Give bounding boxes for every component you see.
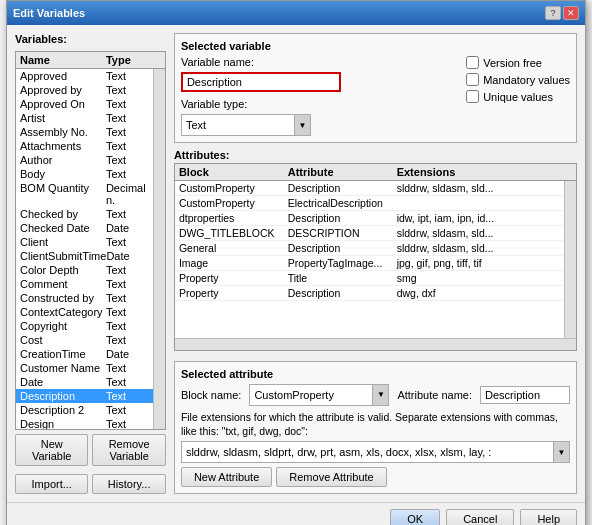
extensions-input[interactable] (182, 444, 553, 460)
variable-row-name: Attachments (20, 140, 106, 152)
attr-horiz-scroll[interactable] (175, 338, 576, 350)
help-title-button[interactable]: ? (545, 6, 561, 20)
variable-row-type: Text (106, 126, 149, 138)
attr-scroll[interactable]: CustomPropertyDescriptionslddrw, sldasm,… (175, 181, 564, 338)
table-row[interactable]: Checked byText (16, 207, 153, 221)
unique-values-label: Unique values (483, 91, 553, 103)
variable-row-name: Color Depth (20, 264, 106, 276)
table-row[interactable]: ClientSubmitTimeDate (16, 249, 153, 263)
attr-row-extensions: smg (397, 272, 560, 284)
extensions-arrow[interactable]: ▼ (553, 442, 569, 462)
attr-row-attribute: Description (288, 212, 397, 224)
history-button[interactable]: History... (92, 474, 165, 494)
version-free-checkbox[interactable]: Version free (466, 56, 570, 69)
selected-attr-title: Selected attribute (181, 368, 570, 380)
table-row[interactable]: CostText (16, 333, 153, 347)
dialog-footer: OK Cancel Help (7, 502, 585, 525)
mandatory-values-input[interactable] (466, 73, 479, 86)
table-row[interactable]: DescriptionText (16, 389, 153, 403)
table-row[interactable]: BodyText (16, 167, 153, 181)
list-item[interactable]: DWG_TITLEBLOCKDESCRIPTIONslddrw, sldasm,… (175, 226, 564, 241)
table-row[interactable]: ArtistText (16, 111, 153, 125)
list-item[interactable]: CustomPropertyDescriptionslddrw, sldasm,… (175, 181, 564, 196)
list-item[interactable]: CustomPropertyElectricalDescription (175, 196, 564, 211)
new-variable-button[interactable]: New Variable (15, 434, 88, 466)
extensions-input-wrapper[interactable]: ▼ (181, 441, 570, 463)
list-item[interactable]: PropertyTitlesmg (175, 271, 564, 286)
checkbox-group: Version free Mandatory values Unique val… (466, 56, 570, 103)
unique-values-input[interactable] (466, 90, 479, 103)
table-row[interactable]: ClientText (16, 235, 153, 249)
list-item[interactable]: dtpropertiesDescriptionidw, ipt, iam, ip… (175, 211, 564, 226)
variable-row-name: Client (20, 236, 106, 248)
table-row[interactable]: CommentText (16, 277, 153, 291)
cancel-button[interactable]: Cancel (446, 509, 514, 525)
help-button[interactable]: Help (520, 509, 577, 525)
attr-scrollbar[interactable] (564, 181, 576, 338)
variable-type-dropdown[interactable]: Text ▼ (181, 114, 311, 136)
table-row[interactable]: ApprovedText (16, 69, 153, 83)
variable-row-type: Text (106, 112, 149, 124)
variable-row-name: Approved by (20, 84, 106, 96)
attr-row-extensions: jpg, gif, png, tiff, tif (397, 257, 560, 269)
variable-row-name: Body (20, 168, 106, 180)
table-row[interactable]: AuthorText (16, 153, 153, 167)
mandatory-values-checkbox[interactable]: Mandatory values (466, 73, 570, 86)
variable-type-arrow[interactable]: ▼ (294, 115, 310, 135)
selected-attr-section: Selected attribute Block name: CustomPro… (174, 361, 577, 494)
block-name-arrow[interactable]: ▼ (372, 385, 388, 405)
table-row[interactable]: Constructed byText (16, 291, 153, 305)
edit-variables-dialog: Edit Variables ? ✕ Variables: Name Type (6, 0, 586, 525)
variable-row-name: Description (20, 390, 106, 402)
variable-row-type: Text (106, 208, 149, 220)
version-free-input[interactable] (466, 56, 479, 69)
table-row[interactable]: BOM QuantityDecimal n. (16, 181, 153, 207)
attributes-table[interactable]: Block Attribute Extensions CustomPropert… (174, 163, 577, 351)
unique-values-checkbox[interactable]: Unique values (466, 90, 570, 103)
variable-row-type: Text (106, 168, 149, 180)
attr-row-extensions: slddrw, sldasm, sld... (397, 242, 560, 254)
table-row[interactable]: CopyrightText (16, 319, 153, 333)
table-row[interactable]: Assembly No.Text (16, 125, 153, 139)
new-attribute-button[interactable]: New Attribute (181, 467, 272, 487)
variable-name-row: Variable name: (181, 56, 454, 68)
attr-col-extensions: Extensions (397, 166, 560, 178)
table-row[interactable]: Approved OnText (16, 97, 153, 111)
attribute-name-input[interactable] (480, 386, 570, 404)
table-row[interactable]: DesignText (16, 417, 153, 429)
attr-row-attribute: Description (288, 182, 397, 194)
table-row[interactable]: ContextCategoryText (16, 305, 153, 319)
variable-row-name: BOM Quantity (20, 182, 106, 206)
attr-row-block: Property (179, 272, 288, 284)
list-item[interactable]: PropertyDescriptiondwg, dxf (175, 286, 564, 301)
title-bar: Edit Variables ? ✕ (7, 1, 585, 25)
table-row[interactable]: Checked DateDate (16, 221, 153, 235)
table-row[interactable]: DateText (16, 375, 153, 389)
remove-variable-button[interactable]: Remove Variable (92, 434, 165, 466)
ok-button[interactable]: OK (390, 509, 440, 525)
variable-row-name: CreationTime (20, 348, 106, 360)
table-row[interactable]: Customer NameText (16, 361, 153, 375)
list-item[interactable]: GeneralDescriptionslddrw, sldasm, sld... (175, 241, 564, 256)
block-name-dropdown[interactable]: CustomProperty ▼ (249, 384, 389, 406)
table-row[interactable]: Approved byText (16, 83, 153, 97)
variable-row-name: Design (20, 418, 106, 429)
mandatory-values-label: Mandatory values (483, 74, 570, 86)
variable-name-input[interactable] (181, 72, 341, 92)
variable-row-name: Cost (20, 334, 106, 346)
variables-label: Variables: (15, 33, 166, 45)
table-row[interactable]: Color DepthText (16, 263, 153, 277)
variables-scroll[interactable]: ApprovedTextApproved byTextApproved OnTe… (16, 69, 153, 429)
variable-row-type: Text (106, 390, 149, 402)
list-item[interactable]: ImagePropertyTagImage...jpg, gif, png, t… (175, 256, 564, 271)
variables-scrollbar[interactable] (153, 69, 165, 429)
remove-attribute-button[interactable]: Remove Attribute (276, 467, 386, 487)
table-row[interactable]: AttachmentsText (16, 139, 153, 153)
attr-col-attribute: Attribute (288, 166, 397, 178)
import-button[interactable]: Import... (15, 474, 88, 494)
close-title-button[interactable]: ✕ (563, 6, 579, 20)
table-row[interactable]: Description 2Text (16, 403, 153, 417)
variables-table[interactable]: Name Type ApprovedTextApproved byTextApp… (15, 51, 166, 430)
selected-attr-fields: Block name: CustomProperty ▼ Attribute n… (181, 384, 570, 406)
table-row[interactable]: CreationTimeDate (16, 347, 153, 361)
